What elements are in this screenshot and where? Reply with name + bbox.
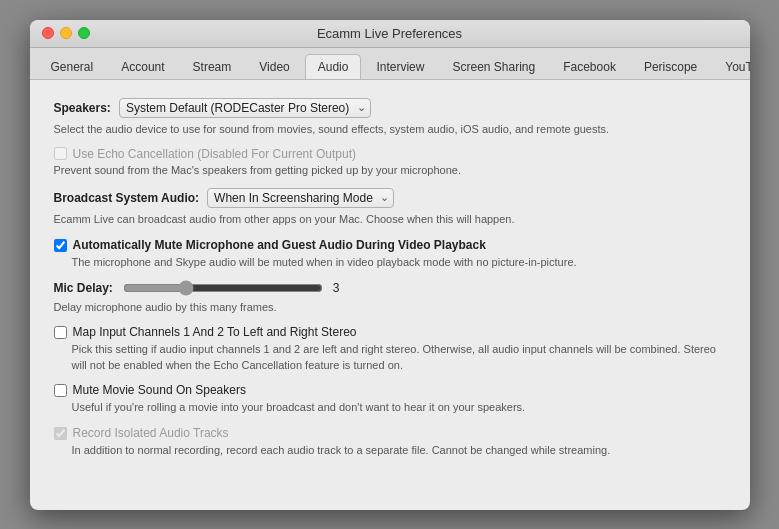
- preferences-window: Ecamm Live Preferences General Account S…: [30, 20, 750, 510]
- traffic-lights: [42, 27, 90, 39]
- mute-movie-description: Useful if you're rolling a movie into yo…: [54, 400, 726, 415]
- map-channels-row: Map Input Channels 1 And 2 To Left and R…: [54, 325, 726, 373]
- broadcast-label: Broadcast System Audio:: [54, 191, 200, 205]
- tab-general[interactable]: General: [38, 54, 107, 79]
- minimize-button[interactable]: [60, 27, 72, 39]
- auto-mute-description: The microphone and Skype audio will be m…: [54, 255, 726, 270]
- record-isolated-description: In addition to normal recording, record …: [54, 443, 726, 458]
- echo-row-container: Use Echo Cancellation (Disabled For Curr…: [54, 147, 726, 178]
- window-title: Ecamm Live Preferences: [317, 26, 462, 41]
- record-isolated-checkbox[interactable]: [54, 427, 67, 440]
- map-channels-checkbox[interactable]: [54, 326, 67, 339]
- echo-checkbox[interactable]: [54, 147, 67, 160]
- speakers-description: Select the audio device to use for sound…: [54, 122, 726, 137]
- mute-movie-row: Mute Movie Sound On Speakers Useful if y…: [54, 383, 726, 415]
- echo-label: Use Echo Cancellation (Disabled For Curr…: [73, 147, 356, 161]
- tab-periscope[interactable]: Periscope: [631, 54, 710, 79]
- broadcast-select[interactable]: When In Screensharing Mode: [207, 188, 394, 208]
- speakers-select[interactable]: System Default (RODECaster Pro Stereo): [119, 98, 371, 118]
- tab-screen-sharing[interactable]: Screen Sharing: [439, 54, 548, 79]
- record-isolated-row: Record Isolated Audio Tracks In addition…: [54, 426, 726, 458]
- tab-interview[interactable]: Interview: [363, 54, 437, 79]
- speakers-label: Speakers:: [54, 101, 111, 115]
- auto-mute-row: Automatically Mute Microphone and Guest …: [54, 238, 726, 270]
- tab-audio[interactable]: Audio: [305, 54, 362, 79]
- mic-delay-description: Delay microphone audio by this many fram…: [54, 300, 726, 315]
- mic-delay-slider[interactable]: [123, 280, 323, 296]
- record-isolated-label: Record Isolated Audio Tracks: [73, 426, 229, 440]
- map-channels-description: Pick this setting if audio input channel…: [54, 342, 726, 373]
- mute-movie-checkbox[interactable]: [54, 384, 67, 397]
- mic-delay-label: Mic Delay:: [54, 281, 113, 295]
- maximize-button[interactable]: [78, 27, 90, 39]
- tab-youtube[interactable]: YouTube: [712, 54, 749, 79]
- speakers-select-wrapper: System Default (RODECaster Pro Stereo): [119, 98, 371, 118]
- tab-stream[interactable]: Stream: [180, 54, 245, 79]
- map-channels-label: Map Input Channels 1 And 2 To Left and R…: [73, 325, 357, 339]
- auto-mute-label: Automatically Mute Microphone and Guest …: [73, 238, 486, 252]
- auto-mute-checkbox[interactable]: [54, 239, 67, 252]
- close-button[interactable]: [42, 27, 54, 39]
- broadcast-row: Broadcast System Audio: When In Screensh…: [54, 188, 726, 227]
- mute-movie-label: Mute Movie Sound On Speakers: [73, 383, 246, 397]
- echo-description: Prevent sound from the Mac's speakers fr…: [54, 163, 726, 178]
- title-bar: Ecamm Live Preferences: [30, 20, 750, 48]
- tab-video[interactable]: Video: [246, 54, 302, 79]
- broadcast-select-wrapper: When In Screensharing Mode: [207, 188, 394, 208]
- mic-delay-row: Mic Delay: 3 Delay microphone audio by t…: [54, 280, 726, 315]
- mic-delay-value: 3: [333, 281, 353, 295]
- tab-facebook[interactable]: Facebook: [550, 54, 629, 79]
- speakers-row: Speakers: System Default (RODECaster Pro…: [54, 98, 726, 137]
- tab-account[interactable]: Account: [108, 54, 177, 79]
- content-area: Speakers: System Default (RODECaster Pro…: [30, 80, 750, 510]
- tab-bar: General Account Stream Video Audio Inter…: [30, 48, 750, 80]
- broadcast-description: Ecamm Live can broadcast audio from othe…: [54, 212, 726, 227]
